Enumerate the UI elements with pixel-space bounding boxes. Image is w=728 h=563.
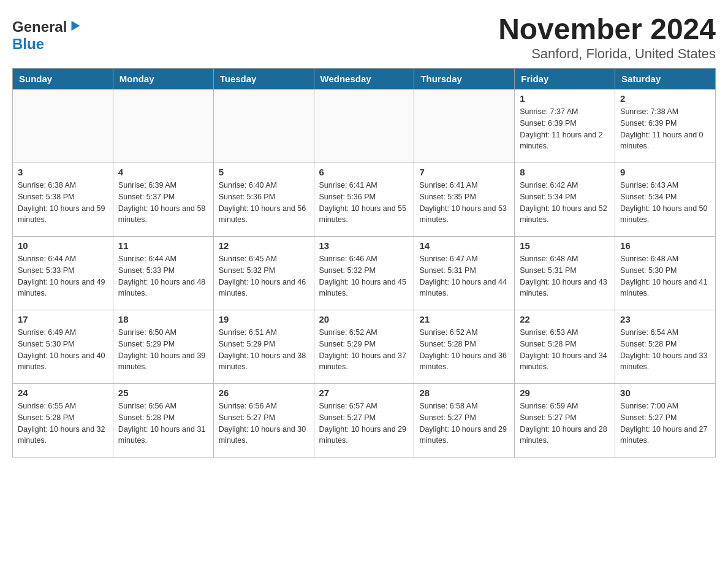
table-row <box>414 90 515 163</box>
calendar-week-row: 10Sunrise: 6:44 AMSunset: 5:33 PMDayligh… <box>13 237 716 310</box>
day-number: 25 <box>118 388 208 398</box>
day-number: 3 <box>18 167 108 177</box>
calendar-week-row: 1Sunrise: 7:37 AMSunset: 6:39 PMDaylight… <box>13 90 716 163</box>
logo-general-text: General <box>12 18 67 36</box>
day-number: 14 <box>419 240 509 251</box>
day-info: Sunrise: 6:48 AMSunset: 5:31 PMDaylight:… <box>520 253 610 299</box>
day-number: 26 <box>219 388 309 398</box>
day-info: Sunrise: 6:46 AMSunset: 5:32 PMDaylight:… <box>319 253 409 299</box>
calendar-week-row: 17Sunrise: 6:49 AMSunset: 5:30 PMDayligh… <box>13 310 716 384</box>
day-number: 12 <box>219 240 309 251</box>
day-number: 16 <box>620 240 710 251</box>
calendar-table: Sunday Monday Tuesday Wednesday Thursday… <box>12 68 716 458</box>
day-number: 4 <box>118 167 208 177</box>
col-monday: Monday <box>113 69 213 90</box>
table-row: 4Sunrise: 6:39 AMSunset: 5:37 PMDaylight… <box>113 163 213 237</box>
day-info: Sunrise: 6:48 AMSunset: 5:30 PMDaylight:… <box>620 253 710 299</box>
day-number: 7 <box>419 167 509 177</box>
day-number: 24 <box>18 388 108 398</box>
day-number: 13 <box>319 240 409 251</box>
day-info: Sunrise: 6:40 AMSunset: 5:36 PMDaylight:… <box>219 180 309 226</box>
table-row: 14Sunrise: 6:47 AMSunset: 5:31 PMDayligh… <box>414 237 515 310</box>
day-info: Sunrise: 7:38 AMSunset: 6:39 PMDaylight:… <box>620 106 710 152</box>
table-row: 15Sunrise: 6:48 AMSunset: 5:31 PMDayligh… <box>515 237 615 310</box>
day-number: 28 <box>419 388 509 398</box>
day-info: Sunrise: 6:39 AMSunset: 5:37 PMDaylight:… <box>118 180 208 226</box>
day-number: 27 <box>319 388 409 398</box>
day-number: 18 <box>118 314 208 324</box>
day-info: Sunrise: 6:59 AMSunset: 5:27 PMDaylight:… <box>520 400 610 446</box>
logo-triangle-icon <box>67 21 80 33</box>
day-info: Sunrise: 6:53 AMSunset: 5:28 PMDaylight:… <box>520 327 610 373</box>
day-number: 9 <box>620 167 710 177</box>
day-number: 30 <box>620 388 710 398</box>
day-info: Sunrise: 6:50 AMSunset: 5:29 PMDaylight:… <box>118 327 208 373</box>
day-info: Sunrise: 6:47 AMSunset: 5:31 PMDaylight:… <box>419 253 509 299</box>
table-row: 17Sunrise: 6:49 AMSunset: 5:30 PMDayligh… <box>13 310 113 384</box>
col-friday: Friday <box>515 69 615 90</box>
table-row: 1Sunrise: 7:37 AMSunset: 6:39 PMDaylight… <box>515 90 615 163</box>
col-wednesday: Wednesday <box>314 69 414 90</box>
day-number: 11 <box>118 240 208 251</box>
table-row: 23Sunrise: 6:54 AMSunset: 5:28 PMDayligh… <box>615 310 716 384</box>
calendar-header-row: Sunday Monday Tuesday Wednesday Thursday… <box>13 69 716 90</box>
table-row: 21Sunrise: 6:52 AMSunset: 5:28 PMDayligh… <box>414 310 515 384</box>
day-info: Sunrise: 7:00 AMSunset: 5:27 PMDaylight:… <box>620 400 710 446</box>
table-row: 30Sunrise: 7:00 AMSunset: 5:27 PMDayligh… <box>615 384 716 458</box>
col-thursday: Thursday <box>414 69 515 90</box>
table-row: 24Sunrise: 6:55 AMSunset: 5:28 PMDayligh… <box>13 384 113 458</box>
day-number: 19 <box>219 314 309 324</box>
table-row: 18Sunrise: 6:50 AMSunset: 5:29 PMDayligh… <box>113 310 213 384</box>
day-info: Sunrise: 6:45 AMSunset: 5:32 PMDaylight:… <box>219 253 309 299</box>
col-saturday: Saturday <box>615 69 716 90</box>
day-info: Sunrise: 6:56 AMSunset: 5:28 PMDaylight:… <box>118 400 208 446</box>
table-row: 6Sunrise: 6:41 AMSunset: 5:36 PMDaylight… <box>314 163 414 237</box>
day-info: Sunrise: 6:38 AMSunset: 5:38 PMDaylight:… <box>18 180 108 226</box>
logo: General Blue <box>12 18 78 53</box>
day-info: Sunrise: 6:58 AMSunset: 5:27 PMDaylight:… <box>419 400 509 446</box>
col-tuesday: Tuesday <box>213 69 314 90</box>
day-number: 6 <box>319 167 409 177</box>
day-info: Sunrise: 6:44 AMSunset: 5:33 PMDaylight:… <box>118 253 208 299</box>
day-info: Sunrise: 6:44 AMSunset: 5:33 PMDaylight:… <box>18 253 108 299</box>
day-info: Sunrise: 6:41 AMSunset: 5:35 PMDaylight:… <box>419 180 509 226</box>
day-number: 21 <box>419 314 509 324</box>
table-row: 28Sunrise: 6:58 AMSunset: 5:27 PMDayligh… <box>414 384 515 458</box>
table-row: 3Sunrise: 6:38 AMSunset: 5:38 PMDaylight… <box>13 163 113 237</box>
table-row: 27Sunrise: 6:57 AMSunset: 5:27 PMDayligh… <box>314 384 414 458</box>
day-info: Sunrise: 6:51 AMSunset: 5:29 PMDaylight:… <box>219 327 309 373</box>
table-row: 20Sunrise: 6:52 AMSunset: 5:29 PMDayligh… <box>314 310 414 384</box>
day-info: Sunrise: 6:54 AMSunset: 5:28 PMDaylight:… <box>620 327 710 373</box>
table-row <box>314 90 414 163</box>
day-number: 20 <box>319 314 409 324</box>
calendar-week-row: 3Sunrise: 6:38 AMSunset: 5:38 PMDaylight… <box>13 163 716 237</box>
page-title: November 2024 <box>498 12 716 46</box>
day-info: Sunrise: 6:55 AMSunset: 5:28 PMDaylight:… <box>18 400 108 446</box>
day-number: 5 <box>219 167 309 177</box>
table-row: 29Sunrise: 6:59 AMSunset: 5:27 PMDayligh… <box>515 384 615 458</box>
day-number: 15 <box>520 240 610 251</box>
day-number: 10 <box>18 240 108 251</box>
table-row <box>213 90 314 163</box>
day-number: 29 <box>520 388 610 398</box>
calendar-week-row: 24Sunrise: 6:55 AMSunset: 5:28 PMDayligh… <box>13 384 716 458</box>
table-row: 25Sunrise: 6:56 AMSunset: 5:28 PMDayligh… <box>113 384 213 458</box>
col-sunday: Sunday <box>13 69 113 90</box>
title-block: November 2024 Sanford, Florida, United S… <box>498 12 716 62</box>
day-number: 2 <box>620 93 710 104</box>
day-info: Sunrise: 6:52 AMSunset: 5:29 PMDaylight:… <box>319 327 409 373</box>
day-info: Sunrise: 6:41 AMSunset: 5:36 PMDaylight:… <box>319 180 409 226</box>
table-row: 19Sunrise: 6:51 AMSunset: 5:29 PMDayligh… <box>213 310 314 384</box>
table-row: 10Sunrise: 6:44 AMSunset: 5:33 PMDayligh… <box>13 237 113 310</box>
page-header: General Blue November 2024 Sanford, Flor… <box>12 12 716 62</box>
day-number: 17 <box>18 314 108 324</box>
page-subtitle: Sanford, Florida, United States <box>498 46 716 62</box>
table-row: 8Sunrise: 6:42 AMSunset: 5:34 PMDaylight… <box>515 163 615 237</box>
table-row: 2Sunrise: 7:38 AMSunset: 6:39 PMDaylight… <box>615 90 716 163</box>
day-info: Sunrise: 6:49 AMSunset: 5:30 PMDaylight:… <box>18 327 108 373</box>
day-info: Sunrise: 7:37 AMSunset: 6:39 PMDaylight:… <box>520 106 610 152</box>
table-row <box>13 90 113 163</box>
table-row <box>113 90 213 163</box>
table-row: 11Sunrise: 6:44 AMSunset: 5:33 PMDayligh… <box>113 237 213 310</box>
table-row: 12Sunrise: 6:45 AMSunset: 5:32 PMDayligh… <box>213 237 314 310</box>
